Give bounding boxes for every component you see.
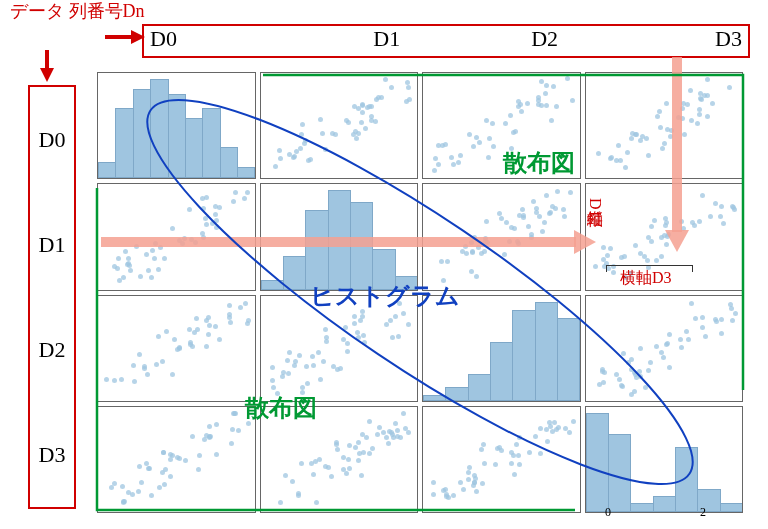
scatter-dot (227, 303, 232, 308)
scatter-dot (213, 212, 218, 217)
hist-bar (98, 162, 116, 179)
scatter-dot (550, 429, 555, 434)
scatter-dot (471, 144, 476, 149)
scatter-dot (689, 301, 694, 306)
scatter-dot (341, 455, 346, 460)
scatter-dot (556, 425, 561, 430)
scatter-dot (192, 330, 197, 335)
hist-bar (220, 147, 238, 178)
scatter-dot (714, 319, 719, 324)
hist-bar (305, 210, 328, 290)
scatter-dot (481, 442, 486, 447)
scatter-dot (456, 160, 461, 165)
scatter-dot (278, 500, 283, 505)
scatter-dot (538, 451, 543, 456)
scatter-dot (356, 458, 361, 463)
scatter-dot (377, 425, 382, 430)
scatter-dot (491, 144, 496, 149)
scatter-dot (490, 121, 495, 126)
scatter-dot (334, 440, 339, 445)
scatter-dot (208, 434, 213, 439)
scatter-dot (654, 258, 659, 263)
scatter-dot (318, 117, 323, 122)
scatter-dot (467, 465, 472, 470)
scatter-dot (432, 168, 437, 173)
scatter-dot (567, 430, 572, 435)
scatter-cell (260, 72, 419, 179)
scatter-dot (170, 372, 175, 377)
scatter-dot (511, 130, 516, 135)
xtick-0: 0 (605, 505, 611, 520)
scatter-dot (302, 141, 307, 146)
hist-bar (237, 167, 255, 179)
scatter-dot (126, 256, 131, 261)
scatter-dot (565, 76, 570, 81)
scatter-dot (648, 360, 653, 365)
scatter-dot (509, 461, 514, 466)
scatter-dot (116, 256, 121, 261)
scatter-dot (311, 363, 316, 368)
hist-bar (168, 94, 186, 179)
scatter-dot (697, 219, 702, 224)
scatter-dot (661, 355, 666, 360)
scatter-dot (347, 443, 352, 448)
scatter-dot (537, 214, 542, 219)
scatter-dot (152, 256, 157, 261)
scatter-dot (305, 381, 310, 386)
scatter-dot (123, 249, 128, 254)
scatter-dot (374, 97, 379, 102)
scatter-dot (132, 379, 137, 384)
scatter-dot (119, 377, 124, 382)
scatter-cell (585, 72, 744, 179)
scatter-dot (362, 340, 367, 345)
scatter-dot (316, 350, 321, 355)
scatter-dot (217, 337, 222, 342)
scatter-dot (213, 324, 218, 329)
scatter-dot (361, 333, 366, 338)
scatter-dot (444, 494, 449, 499)
row-header-D3: D3 (30, 402, 74, 507)
scatter-dot (335, 447, 340, 452)
hist-bar (653, 496, 676, 512)
scatter-dot (632, 389, 637, 394)
scatter-dot (271, 385, 276, 390)
scatter-dot (713, 201, 718, 206)
scatter-dot (109, 485, 114, 490)
scatter-dot (290, 479, 295, 484)
scatter-dot (360, 110, 365, 115)
scatter-dot (480, 481, 485, 486)
scatter-dot (125, 262, 130, 267)
scatter-dot (196, 467, 201, 472)
scatter-lower-label: 散布図 (245, 392, 317, 424)
scatter-dot (406, 430, 411, 435)
scatter-dot (643, 385, 648, 390)
scatter-dot (300, 122, 305, 127)
scatter-dot (320, 131, 325, 136)
scatter-dot (346, 120, 351, 125)
scatter-dot (187, 207, 192, 212)
scatter-dot (550, 204, 555, 209)
scatter-dot (137, 464, 142, 469)
scatter-dot (352, 314, 357, 319)
scatter-dot (352, 321, 357, 326)
scatter-dot (719, 204, 724, 209)
hist-bar (557, 318, 580, 401)
scatter-dot (207, 424, 212, 429)
hist-bar (490, 342, 513, 401)
scatter-dot (679, 345, 684, 350)
scatter-dot (526, 224, 531, 229)
scatter-dot (464, 251, 469, 256)
data-column-label: データ 列番号Dn (10, 2, 145, 22)
scatter-dot (649, 224, 654, 229)
scatter-dot (405, 80, 410, 85)
scatter-dot (618, 158, 623, 163)
scatter-dot (642, 254, 647, 259)
hist-bar (423, 395, 446, 401)
scatter-dot (360, 314, 365, 319)
scatter-dot (508, 113, 513, 118)
scatter-dot (727, 85, 732, 90)
scatter-dot (304, 364, 309, 369)
scatter-dot (395, 428, 400, 433)
scatter-dot (545, 439, 550, 444)
scatter-dot (329, 474, 334, 479)
